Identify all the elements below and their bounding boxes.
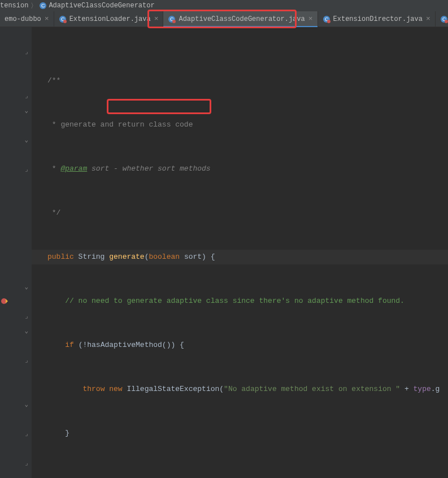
breadcrumb-item[interactable]: C AdaptiveClassCodeGenerator: [40, 2, 154, 10]
fold-start-icon[interactable]: ⌄: [24, 327, 28, 334]
svg-point-10: [327, 20, 330, 23]
fold-end-icon[interactable]: ⌟: [24, 459, 28, 467]
editor: ⌟ ⌟ ⌄ ⌄ ⌟ ⌄ ⌟ ⌄ ⌟ ⌄ ⌟ ⌟ /** * generate a…: [0, 27, 448, 478]
java-class-icon: C: [440, 15, 448, 23]
tab-extension-director[interactable]: C ExtensionDirector.java ×: [318, 11, 436, 27]
fold-start-icon[interactable]: ⌄: [24, 136, 28, 144]
fold-end-icon[interactable]: ⌟: [24, 357, 28, 364]
gutter[interactable]: ⌟ ⌟ ⌄ ⌄ ⌟ ⌄ ⌟ ⌄ ⌟ ⌄ ⌟ ⌟: [0, 27, 32, 478]
svg-point-13: [445, 20, 448, 23]
tab-label: emo-dubbo: [5, 15, 41, 23]
code-token: sort: [180, 253, 202, 261]
javadoc-line: *: [47, 164, 60, 173]
java-class-icon: C: [323, 15, 330, 23]
breakpoint-lambda-icon[interactable]: [1, 297, 9, 305]
code-token: if: [65, 341, 74, 349]
code-token: new: [105, 385, 127, 393]
fold-start-icon[interactable]: ⌄: [24, 107, 28, 114]
java-class-icon: C: [168, 15, 176, 23]
tab-extension-loader[interactable]: C ExtensionLoader.java ×: [54, 11, 164, 27]
close-icon[interactable]: ×: [154, 15, 159, 23]
tab-adaptive-class-code-generator[interactable]: C AdaptiveClassCodeGenerator.java ×: [163, 11, 317, 27]
java-class-icon: C: [59, 15, 67, 23]
fold-end-icon[interactable]: ⌟: [24, 312, 28, 320]
code-token: type: [414, 385, 431, 393]
code-token: IllegalStateException(: [127, 385, 224, 393]
svg-text:C: C: [41, 3, 45, 8]
breadcrumb-label: tension: [0, 2, 28, 10]
code-token: String: [74, 253, 109, 261]
fold-end-icon[interactable]: ⌟: [24, 92, 28, 99]
javadoc-line: * generate and return class code: [47, 120, 193, 129]
tab-label: AdaptiveClassCodeGenerator.java: [179, 15, 305, 23]
breadcrumb-sep-icon: 〉: [31, 1, 37, 11]
code-token: "No adaptive method exist on extension ": [224, 385, 400, 393]
close-icon[interactable]: ×: [45, 15, 49, 23]
code-area[interactable]: /** * generate and return class code * @…: [32, 27, 448, 478]
fold-end-icon[interactable]: ⌟: [24, 430, 28, 437]
javadoc-param-tag: @param: [60, 164, 87, 173]
close-icon[interactable]: ×: [308, 15, 313, 23]
fold-end-icon[interactable]: ⌟: [24, 166, 28, 173]
code-token: ) {: [202, 253, 215, 261]
tab-label: ExtensionDirector.java: [333, 15, 423, 23]
javadoc-line: */: [47, 208, 60, 217]
close-icon[interactable]: ×: [426, 15, 430, 23]
javadoc-line: /**: [47, 76, 60, 85]
fold-start-icon[interactable]: ⌄: [24, 283, 28, 290]
fold-start-icon[interactable]: ⌄: [24, 401, 28, 408]
javadoc-line: sort - whether sort methods: [87, 164, 210, 173]
code-token: }: [65, 429, 69, 437]
breadcrumb-label: AdaptiveClassCodeGenerator: [49, 2, 154, 10]
breadcrumb: tension 〉 C AdaptiveClassCodeGenerator: [0, 0, 448, 11]
method-name: generate: [109, 253, 144, 261]
class-icon: C: [40, 2, 46, 9]
svg-point-7: [172, 20, 176, 23]
editor-tabs: emo-dubbo × C ExtensionLoader.java × C A…: [0, 11, 448, 27]
code-token: +: [400, 385, 413, 393]
code-token: public: [47, 253, 74, 261]
code-token: throw: [82, 385, 105, 393]
tab-demo-dubbo[interactable]: emo-dubbo ×: [0, 11, 54, 27]
breadcrumb-item[interactable]: tension: [0, 2, 28, 10]
svg-point-4: [63, 20, 67, 23]
code-token: .g: [431, 385, 440, 393]
tab-label: ExtensionLoader.java: [69, 15, 151, 23]
code-token: boolean: [149, 253, 180, 261]
fold-end-icon[interactable]: ⌟: [24, 48, 28, 55]
code-token: (!hasAdaptiveMethod()) {: [74, 341, 184, 349]
tab-extension-inj[interactable]: C ExtensionInj: [436, 11, 448, 27]
code-comment: // no need to generate adaptive class si…: [65, 297, 404, 305]
